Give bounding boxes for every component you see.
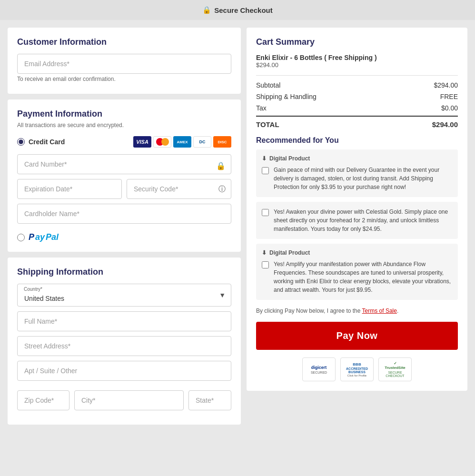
rec-item-3-type: Digital Product [269,249,310,256]
shipping-row: Shipping & Handling FREE [256,93,458,100]
customer-info-title: Customer Information [17,37,231,47]
rec-item-1-type: Digital Product [269,155,310,162]
apt-suite-field[interactable] [17,361,231,381]
secure-checkout-header: 🔒 Secure Checkout [0,0,475,20]
trustedsite-badge: ✓ TrustedSite SECURE CHECKOUT [378,357,412,381]
shipping-info-section: Shipping Information Country* United Sta… [8,258,241,425]
cart-summary-panel: Cart Summary Enki Elixir - 6 Bottles ( F… [247,28,467,391]
cardholder-name-field[interactable] [17,204,231,224]
digicert-badge: digicert SECURED [302,357,336,381]
card-icons: VISA AMEX DC DISC [133,136,231,148]
subtotal-value: $294.00 [434,81,458,89]
product-name: Enki Elixir - 6 Bottles ( Free Shipping … [256,54,458,61]
header-title: Secure Checkout [214,6,273,14]
expiration-field[interactable] [17,179,122,199]
total-label: TOTAL [256,120,279,129]
visa-icon: VISA [133,136,151,148]
rec-item-2: Yes! Awaken your divine power with Celes… [256,202,458,239]
credit-card-label: Credit Card [29,138,65,146]
expiration-wrap [17,179,122,199]
total-row: TOTAL $294.00 [256,116,458,129]
lock-icon: 🔒 [202,6,211,14]
paypal-option[interactable]: P ay Pal [17,232,231,242]
bbb-badge: BBB ACCREDITED BUSINESS Click for Profil… [340,357,374,381]
card-lock-icon: 🔒 [216,161,226,170]
country-select-wrap: Country* United States ▼ [17,284,231,307]
city-field[interactable] [74,390,184,410]
recommended-title: Recommended for You [256,136,458,145]
trust-badges: digicert SECURED BBB ACCREDITED BUSINESS… [256,357,458,381]
mastercard-icon [153,136,171,148]
terms-text: By clicking Pay Now below, I agree to th… [256,307,458,315]
shipping-info-title: Shipping Information [17,267,231,277]
street-address-field[interactable] [17,336,231,356]
subtotal-label: Subtotal [256,81,280,89]
pay-now-button[interactable]: Pay Now [256,322,458,350]
terms-link[interactable]: Terms of Sale [362,307,397,314]
download-icon-3: ⬇ [262,249,267,256]
credit-card-option[interactable]: Credit Card [17,138,65,146]
paypal-logo: P ay Pal [29,232,59,242]
discover-icon: DISC [213,136,231,148]
tax-label: Tax [256,104,267,112]
zip-code-field[interactable] [17,390,69,410]
zip-city-state-row [17,390,231,415]
rec-item-1-checkbox[interactable] [262,167,269,174]
security-code-wrap: ⓘ [127,179,231,199]
cart-summary-title: Cart Summary [256,37,458,47]
diners-icon: DC [193,136,211,148]
rec-item-2-checkbox[interactable] [262,209,269,216]
tax-row: Tax $0.00 [256,104,458,112]
security-code-field[interactable] [127,179,231,199]
card-number-wrap: 🔒 [17,154,231,179]
payment-info-section: Payment Information All transactions are… [8,99,241,252]
payment-info-title: Payment Information [17,109,231,119]
rec-item-1-text: Gain peace of mind with our Delivery Gua… [274,166,452,191]
rec-item-2-text: Yes! Awaken your divine power with Celes… [274,208,452,233]
total-value: $294.00 [432,120,458,129]
tax-value: $0.00 [441,104,458,112]
email-hint: To receive an email order confirmation. [17,76,231,82]
state-field[interactable] [188,390,231,410]
customer-info-section: Customer Information To receive an email… [8,28,241,94]
rec-item-3-checkbox[interactable] [262,261,269,268]
subtotal-row: Subtotal $294.00 [256,81,458,89]
credit-card-radio[interactable] [17,138,25,146]
shipping-label: Shipping & Handling [256,93,317,100]
rec-item-3-text: Yes! Amplify your manifestation power wi… [274,260,452,294]
product-price: $294.00 [256,61,458,69]
left-panel: Customer Information To receive an email… [8,28,241,425]
divider-1 [256,75,458,76]
security-info-icon[interactable]: ⓘ [218,185,226,194]
rec-item-3: ⬇ Digital Product Yes! Amplify your mani… [256,244,458,300]
full-name-field[interactable] [17,311,231,331]
download-icon-1: ⬇ [262,155,267,162]
email-field[interactable] [17,54,231,74]
rec-item-1: ⬇ Digital Product Gain peace of mind wit… [256,149,458,197]
country-label: Country* [24,287,42,292]
card-number-field[interactable] [17,154,231,174]
paypal-radio[interactable] [17,234,25,241]
country-select[interactable]: United States [17,284,231,307]
payment-subtitle: All transactions are secure and encrypte… [17,122,231,129]
shipping-value: FREE [440,93,458,100]
amex-icon: AMEX [173,136,191,148]
